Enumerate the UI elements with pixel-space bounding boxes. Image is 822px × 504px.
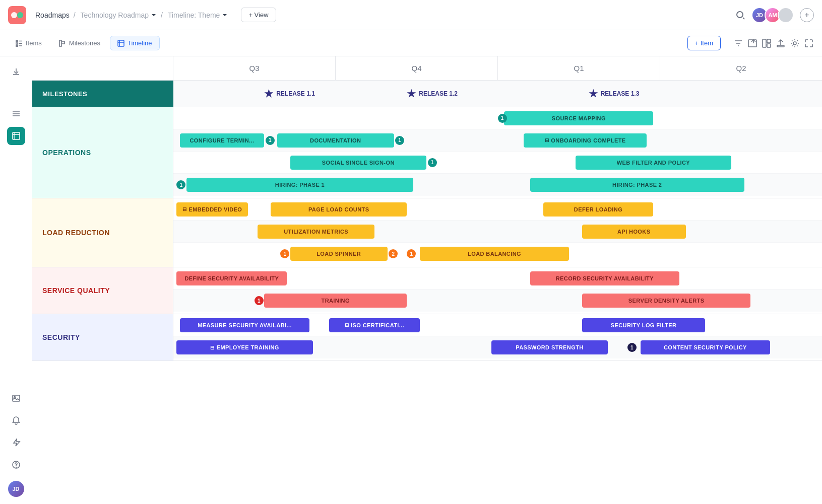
- load-row-1-lane: ⊟EMBEDDED VIDEO PAGE LOAD COUNTS DEFER L…: [173, 198, 822, 220]
- svg-point-31: [16, 467, 16, 468]
- operations-row-1: SOURCE MAPPING 1: [173, 107, 822, 129]
- svg-rect-17: [767, 39, 771, 43]
- spinner-badge3: 1: [407, 249, 416, 258]
- onboarding-bar[interactable]: ⊟ONBOARDING COMPLETE: [524, 133, 647, 148]
- employee-icon: ⊟: [210, 345, 214, 350]
- configure-termin-bar[interactable]: CONFIGURE TERMIN...: [180, 133, 264, 148]
- timeline-label-spacer: [32, 56, 173, 80]
- operations-row-4-lane: 1 HIRING: PHASE 1 HIRING: PHASE 2: [173, 174, 822, 196]
- export-icon[interactable]: [747, 38, 757, 48]
- sidebar-download[interactable]: [7, 62, 25, 81]
- search-icon[interactable]: [735, 10, 745, 20]
- service-quality-label: SERVICE QUALITY: [32, 267, 173, 314]
- filter-icon[interactable]: [733, 38, 743, 48]
- sidebar-list[interactable]: [7, 105, 25, 123]
- quarter-q2: Q2: [660, 56, 822, 80]
- upload-icon[interactable]: [776, 38, 786, 48]
- timeline-quarters: Q3 Q4 Q1 Q2: [173, 56, 822, 80]
- load-row-3-lane: 1 LOAD SPINNER 2 1 LOAD BALANCING: [173, 243, 822, 265]
- load-spinner-bar[interactable]: LOAD SPINNER: [290, 247, 388, 261]
- sec-row-1: MEASURE SECURITY AVAILABI... ⊟ISO CERTIF…: [173, 314, 822, 336]
- sidebar-image[interactable]: [7, 389, 25, 407]
- training-bar[interactable]: TRAINING: [264, 294, 407, 308]
- csp-badge: 1: [627, 343, 637, 352]
- svg-point-20: [793, 42, 796, 45]
- defer-loading-bar[interactable]: DEFER LOADING: [543, 202, 654, 217]
- sidebar-help[interactable]: [7, 456, 25, 474]
- social-signin-bar[interactable]: SOCIAL SINGLE SIGN-ON: [290, 156, 426, 170]
- logo[interactable]: [8, 6, 26, 24]
- toolbar-right: + Item: [687, 36, 814, 50]
- operations-group: OPERATIONS SOURCE MAPPING 1: [32, 107, 822, 198]
- security-log-bar[interactable]: SECURITY LOG FILTER: [582, 318, 706, 332]
- web-filter-bar[interactable]: WEB FILTER AND POLICY: [576, 156, 731, 170]
- spinner-badge: 1: [280, 249, 289, 258]
- add-user-button[interactable]: +: [800, 8, 814, 22]
- milestone-1-label: RELEASE 1.1: [276, 90, 315, 97]
- server-density-bar[interactable]: SERVER DENSITY ALERTS: [582, 294, 751, 308]
- sidebar-lightning[interactable]: [7, 434, 25, 452]
- svg-rect-6: [16, 45, 18, 47]
- password-strength-bar[interactable]: PASSWORD STRENGTH: [491, 340, 608, 354]
- sidebar-timeline[interactable]: [7, 127, 25, 145]
- api-hooks-bar[interactable]: API HOOKS: [582, 225, 686, 239]
- milestone-1[interactable]: ★ RELEASE 1.1: [264, 88, 315, 100]
- milestone-2[interactable]: ★ RELEASE 1.2: [407, 88, 458, 100]
- settings-icon[interactable]: [790, 38, 800, 48]
- utilization-bar[interactable]: UTILIZATION METRICS: [258, 225, 374, 239]
- svg-rect-4: [16, 40, 18, 42]
- source-mapping-bar[interactable]: SOURCE MAPPING: [504, 111, 653, 125]
- quarter-q3: Q3: [173, 56, 336, 80]
- star-icon-1: ★: [264, 88, 273, 100]
- svg-point-2: [17, 12, 23, 18]
- quarter-q4: Q4: [336, 56, 498, 80]
- milestone-3[interactable]: ★ RELEASE 1.3: [589, 88, 640, 100]
- sidebar-bell[interactable]: [7, 411, 25, 429]
- embedded-video-bar[interactable]: ⊟EMBEDDED VIDEO: [176, 202, 248, 217]
- breadcrumb: Roadmaps / Technology Roadmap / Timeline…: [34, 11, 229, 19]
- measure-security-bar[interactable]: MEASURE SECURITY AVAILABI...: [180, 318, 309, 332]
- svc-row-2-lane: 1 TRAINING SERVER DENSITY ALERTS: [173, 290, 822, 312]
- breadcrumb-roadmaps[interactable]: Roadmaps: [35, 11, 70, 19]
- svg-rect-11: [118, 40, 124, 46]
- spinner-badge2: 2: [389, 249, 398, 258]
- hiring-phase2-bar[interactable]: HIRING: PHASE 2: [530, 178, 744, 192]
- view-button[interactable]: + View: [241, 8, 276, 22]
- svc-row-1: DEFINE SECURITY AVAILABILITY RECORD SECU…: [173, 267, 822, 290]
- hiring1-badge: 1: [176, 180, 185, 189]
- content-security-bar[interactable]: CONTENT SECURITY POLICY: [641, 340, 770, 354]
- toolbar: Items Milestones Timeline + Item: [0, 30, 822, 56]
- operations-label: OPERATIONS: [32, 107, 173, 198]
- tab-timeline[interactable]: Timeline: [110, 36, 160, 50]
- sec-row-2: ⊟EMPLOYEE TRAINING PASSWORD STRENGTH 1 C…: [173, 336, 822, 358]
- svg-point-3: [737, 12, 743, 18]
- record-security-bar[interactable]: RECORD SECURITY AVAILABILITY: [530, 271, 679, 285]
- sidebar-avatar[interactable]: JD: [7, 480, 25, 498]
- documentation-bar[interactable]: DOCUMENTATION: [277, 133, 394, 148]
- hiring-phase1-bar[interactable]: HIRING: PHASE 1: [186, 178, 413, 192]
- tab-items[interactable]: Items: [8, 36, 49, 50]
- breadcrumb-sep1: /: [74, 11, 76, 19]
- breadcrumb-tech-roadmap[interactable]: Technology Roadmap: [80, 11, 157, 19]
- svg-rect-10: [59, 40, 61, 46]
- svg-rect-19: [777, 45, 784, 47]
- svg-point-1: [11, 12, 17, 18]
- breadcrumb-timeline[interactable]: Timeline: Theme: [167, 11, 228, 19]
- tab-milestones[interactable]: Milestones: [51, 36, 108, 50]
- operations-row-2-lane: CONFIGURE TERMIN... 1 DOCUMENTATION 1 ⊟O…: [173, 129, 822, 151]
- embedded-icon: ⊟: [182, 206, 186, 212]
- define-security-bar[interactable]: DEFINE SECURITY AVAILABILITY: [176, 271, 287, 285]
- page-load-bar[interactable]: PAGE LOAD COUNTS: [271, 202, 407, 217]
- milestone-content: ★ RELEASE 1.1 ★ RELEASE 1.2 ★ RELEASE 1.…: [173, 81, 822, 107]
- employee-training-bar[interactable]: ⊟EMPLOYEE TRAINING: [176, 340, 312, 354]
- load-balancing-bar[interactable]: LOAD BALANCING: [420, 247, 569, 261]
- svg-rect-5: [16, 43, 18, 44]
- timeline-header: Q3 Q4 Q1 Q2: [32, 56, 822, 81]
- star-icon-3: ★: [589, 88, 598, 100]
- iso-cert-bar[interactable]: ⊟ISO CERTIFICATI...: [329, 318, 420, 332]
- layout-icon[interactable]: [762, 38, 772, 48]
- fullscreen-icon[interactable]: [804, 38, 814, 48]
- main-layout: JD Q3 Q4 Q1 Q2 MILESTONES ★: [0, 56, 822, 504]
- documentation-badge: 1: [395, 136, 404, 145]
- add-item-button[interactable]: + Item: [687, 36, 721, 50]
